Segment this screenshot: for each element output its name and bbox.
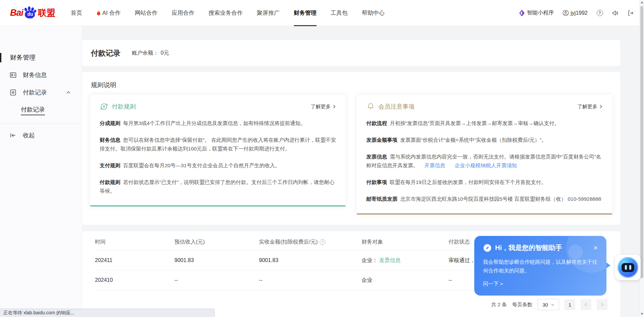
balance-value: 0元 xyxy=(161,50,169,56)
rule-paragraph: 付款规则若付款状态显示“已支付”，说明联盟已安排了您的付款。支付后三个工作日内到… xyxy=(100,178,336,195)
nav-item-toolkit[interactable]: 工具包 xyxy=(331,0,348,26)
sidebar: 财务管理 财务信息 付款记录 付款记录 收起 xyxy=(0,26,82,317)
bell-icon xyxy=(366,102,375,111)
assistant-robot-button[interactable] xyxy=(615,255,641,280)
status-text: 正在等待 xlab.baidu.com 的响应... xyxy=(3,310,74,316)
close-icon[interactable]: × xyxy=(593,245,598,251)
nav-item-ai[interactable]: AI 合作 xyxy=(96,0,121,26)
rules-section: 规则说明 付款规则 了解更多 分成规则每月第3 xyxy=(82,72,620,225)
logout-icon xyxy=(627,10,634,16)
rule-paragraph: 邮寄纸质发票北京市海淀区西北旺东路10号院百度科技园5号楼 百度联盟财务组（收）… xyxy=(366,195,603,203)
sound-button[interactable] xyxy=(612,10,619,16)
cell-time: 202411 xyxy=(95,257,174,263)
scrollbar-thumb[interactable] xyxy=(640,6,643,278)
nav-item-home[interactable]: 首页 xyxy=(71,0,82,26)
nav-item-juping[interactable]: 聚屏推广 xyxy=(257,0,280,26)
nav-item-app[interactable]: 应用合作 xyxy=(172,0,195,26)
total-count: 共 2 条 xyxy=(491,302,507,308)
col-estimated-income: 预估收入(元) xyxy=(174,239,259,246)
rule-paragraph: 分成规则每月第3或4个工作日产出上月分成信息及发票信息，如有特殊情况将提前通知。 xyxy=(100,119,336,128)
top-navbar: Bai du 联盟 首页 AI 合作 网站合作 应用合作 搜索业务合作 聚屏推广… xyxy=(0,0,644,26)
navbar-right: 智能小程序 jyj1992 ? xyxy=(519,9,634,16)
nav-item-website[interactable]: 网站合作 xyxy=(135,0,158,26)
rules-section-title: 规则说明 xyxy=(91,81,612,89)
sidebar-divider xyxy=(0,123,82,124)
chevron-right-icon xyxy=(332,105,336,109)
payment-rules-title: 付款规则 xyxy=(112,103,136,111)
speaker-icon xyxy=(612,10,619,16)
col-time: 时间 xyxy=(95,239,174,246)
nav-item-search-biz[interactable]: 搜索业务合作 xyxy=(209,0,243,26)
rule-paragraph: 发票金额事项发票票面“价税合计”金额=系统中“实收金额（扣除税费后/元）”。 xyxy=(366,136,603,144)
nav-item-finance[interactable]: 财务管理 xyxy=(294,0,317,26)
chevron-right-icon xyxy=(600,303,604,307)
flame-icon xyxy=(96,10,101,16)
member-notes-card: 会员注意事项 了解更多 付款流程月初按“发票信息”页面开具发票→上传发票→邮寄发… xyxy=(357,95,612,214)
rule-paragraph: 付款事项联盟在每月19日之后签收的发票，付款时间安排在下个月首批支付。 xyxy=(366,178,603,187)
cell-entity: 企业 xyxy=(362,277,448,284)
cell-received: 9001.83 xyxy=(259,257,362,263)
rule-paragraph: 财务信息您可以在财务信息中选择“保留付款”。 在此期间您产生的收入将在账户内进行… xyxy=(100,136,336,153)
logo-text-du: du xyxy=(26,11,34,17)
logout-button[interactable] xyxy=(627,10,634,16)
coin-icon xyxy=(100,102,108,111)
collapse-icon xyxy=(9,132,17,139)
baidu-union-logo[interactable]: Bai du 联盟 xyxy=(10,6,55,20)
member-notes-more-link[interactable]: 了解更多 xyxy=(577,104,603,110)
user-account[interactable]: jyj1992 xyxy=(562,10,588,16)
user-icon xyxy=(562,10,569,16)
main-nav: 首页 AI 合作 网站合作 应用合作 搜索业务合作 聚屏推广 财务管理 工具包 … xyxy=(71,0,385,26)
help-circle-icon[interactable]: ? xyxy=(320,239,325,245)
prev-page-button[interactable] xyxy=(581,299,591,310)
chevron-right-icon xyxy=(599,105,603,109)
sidebar-collapse-button[interactable]: 收起 xyxy=(0,130,82,141)
sidebar-group-finance[interactable]: 财务管理 xyxy=(0,52,82,63)
small-taxpayer-notice-link[interactable]: 企业小规模纳税人开票须知 xyxy=(454,163,517,168)
invoice-info-link[interactable]: 开票信息 xyxy=(424,163,445,168)
logo-text-bai: Bai xyxy=(10,8,23,18)
badge-icon xyxy=(9,89,17,96)
chevron-up-icon xyxy=(66,90,71,95)
cell-entity: 企业： 发票信息 xyxy=(362,257,448,264)
help-button[interactable]: ? xyxy=(596,10,603,16)
next-page-button[interactable] xyxy=(597,299,607,310)
robot-eye xyxy=(629,265,631,270)
help-icon: ? xyxy=(597,10,603,16)
id-card-icon xyxy=(9,71,17,79)
per-page-select[interactable]: 30 xyxy=(538,299,559,310)
robot-avatar xyxy=(618,257,638,278)
ask-now-link[interactable]: 问一下 > xyxy=(483,280,598,288)
cell-estimated: 9001.83 xyxy=(174,257,259,263)
baidu-paw-icon: du xyxy=(24,6,37,20)
caret-down-icon xyxy=(551,303,554,307)
page-number-button[interactable]: 1 xyxy=(565,299,575,310)
compass-icon xyxy=(483,244,492,252)
assistant-popup: Hi，我是您的智能助手 × 我会帮助您诊断合作链路问题，以及解答您关于任何合作相… xyxy=(474,236,606,296)
payment-rules-more-link[interactable]: 了解更多 xyxy=(311,104,336,110)
page-header-card: 付款记录 账户余额：0元 xyxy=(82,40,620,66)
member-notes-title: 会员注意事项 xyxy=(378,103,415,111)
logo-text-union: 联盟 xyxy=(38,7,55,19)
sidebar-subitem-payment-records[interactable]: 付款记录 xyxy=(21,105,45,115)
sidebar-item-payment-records[interactable]: 付款记录 xyxy=(0,87,82,98)
mini-program-icon xyxy=(519,10,525,16)
sidebar-item-finance-info[interactable]: 财务信息 xyxy=(0,70,82,80)
scroll-down-arrow-icon[interactable] xyxy=(641,313,643,315)
cell-estimated: -- xyxy=(174,277,259,283)
browser-status-bar: 正在等待 xlab.baidu.com 的响应... xyxy=(0,309,215,317)
cell-time: 202410 xyxy=(95,277,174,283)
col-received-amount: 实收金额(扣除税费后/元) ? xyxy=(259,239,362,246)
rule-paragraph: 支付规则百度联盟会在每月20号—31号支付企业会员上个自然月产生的收入。 xyxy=(100,161,336,170)
rule-paragraph: 付款流程月初按“发票信息”页面开具发票→上传发票→邮寄发票→审核→确认支付。 xyxy=(366,119,603,128)
robot-eye xyxy=(625,265,627,270)
assistant-title: Hi，我是您的智能助手 xyxy=(495,243,562,252)
scroll-up-arrow-icon[interactable] xyxy=(641,1,643,3)
per-page-label: 每页条数 xyxy=(512,302,532,308)
mini-program-entry[interactable]: 智能小程序 xyxy=(519,9,554,16)
rule-paragraph: 发票信息需与系统内发票信息内容完全一致，否则无法支付。请根据发票信息页面中“百度… xyxy=(366,152,603,170)
invoice-details-link[interactable]: 发票信息 xyxy=(379,257,400,263)
nav-item-help-center[interactable]: 帮助中心 xyxy=(362,0,385,26)
chevron-left-icon xyxy=(584,303,588,307)
account-balance: 账户余额：0元 xyxy=(132,50,169,57)
payment-rules-card: 付款规则 了解更多 分成规则每月第3或4个工作日产出上月分成信息及发票信息，如有… xyxy=(90,95,345,206)
